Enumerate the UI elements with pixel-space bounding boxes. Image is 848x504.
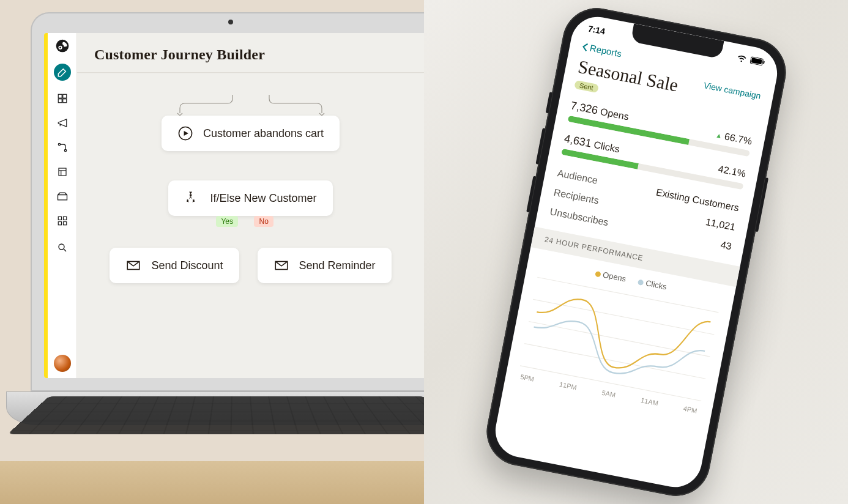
avatar[interactable] bbox=[54, 355, 71, 372]
unsubs-key: Unsubscribes bbox=[549, 206, 609, 228]
recipients-key: Recipients bbox=[552, 187, 600, 207]
journey-canvas[interactable]: Customer abandons cart If/Else New Custo… bbox=[77, 73, 424, 378]
nav-website-icon[interactable] bbox=[56, 165, 69, 179]
wifi-icon bbox=[736, 54, 747, 63]
sidebar bbox=[48, 33, 77, 378]
nav-campaigns-icon[interactable] bbox=[56, 116, 69, 130]
svg-line-23 bbox=[529, 322, 710, 357]
chevron-left-icon bbox=[581, 42, 589, 51]
action-yes-label: Send Discount bbox=[151, 259, 223, 272]
no-tag: No bbox=[254, 216, 273, 227]
action-node-no[interactable]: Send Reminder bbox=[258, 248, 392, 283]
svg-rect-12 bbox=[58, 222, 61, 225]
legend-opens: Opens bbox=[602, 270, 627, 283]
svg-rect-9 bbox=[59, 168, 66, 176]
svg-rect-3 bbox=[58, 94, 62, 98]
legend-clicks: Clicks bbox=[645, 278, 668, 291]
status-badge: Sent bbox=[574, 80, 599, 93]
condition-node[interactable]: If/Else New Customer Yes No bbox=[168, 180, 332, 216]
branch-icon bbox=[184, 190, 200, 206]
svg-rect-11 bbox=[63, 217, 66, 220]
svg-point-14 bbox=[59, 244, 64, 250]
svg-rect-4 bbox=[62, 94, 66, 98]
svg-rect-13 bbox=[63, 222, 66, 225]
battery-icon bbox=[749, 56, 765, 66]
yes-tag: Yes bbox=[216, 216, 238, 227]
svg-rect-6 bbox=[62, 99, 66, 103]
svg-point-7 bbox=[58, 143, 60, 145]
branch-connectors bbox=[171, 84, 330, 116]
play-icon bbox=[177, 125, 193, 141]
svg-rect-5 bbox=[58, 99, 62, 103]
svg-point-2 bbox=[59, 46, 61, 48]
nav-create-icon[interactable] bbox=[54, 64, 71, 81]
condition-label: If/Else New Customer bbox=[210, 192, 316, 205]
clicks-pct: 42.1% bbox=[717, 163, 746, 179]
action-no-label: Send Reminder bbox=[299, 259, 376, 272]
unsubs-val: 43 bbox=[720, 239, 732, 252]
nav-integrations-icon[interactable] bbox=[56, 214, 69, 228]
logo-icon[interactable] bbox=[56, 39, 69, 53]
audience-key: Audience bbox=[556, 168, 598, 186]
clicks-count: 4,631 bbox=[563, 132, 592, 149]
nav-content-icon[interactable] bbox=[56, 190, 69, 203]
status-time: 7:14 bbox=[587, 23, 606, 36]
clicks-label: Clicks bbox=[593, 139, 620, 155]
up-arrow-icon: ▲ bbox=[715, 131, 723, 139]
opens-count: 7,326 bbox=[569, 99, 598, 116]
opens-pct: 66.7% bbox=[723, 131, 753, 147]
legend-dot-clicks bbox=[637, 280, 644, 286]
page-title: Customer Journey Builder bbox=[77, 33, 424, 63]
legend-dot-opens bbox=[594, 271, 601, 278]
svg-line-22 bbox=[533, 299, 714, 335]
nav-automations-icon[interactable] bbox=[56, 141, 69, 154]
mail-icon bbox=[273, 258, 289, 273]
trigger-node[interactable]: Customer abandons cart bbox=[162, 116, 340, 151]
phone-frame: 7:14 Reports Seasonal Sale Sent View cam bbox=[480, 2, 791, 502]
laptop-screen: Customer Journey Builder Customer abando… bbox=[44, 33, 424, 378]
opens-label: Opens bbox=[599, 106, 630, 122]
nav-audience-icon[interactable] bbox=[56, 92, 69, 105]
recipients-val: 11,021 bbox=[704, 217, 735, 233]
mail-icon bbox=[125, 258, 141, 273]
action-node-yes[interactable]: Send Discount bbox=[110, 248, 239, 283]
nav-search-icon[interactable] bbox=[56, 241, 69, 254]
svg-rect-10 bbox=[58, 217, 61, 220]
svg-point-8 bbox=[64, 149, 66, 151]
trigger-label: Customer abandons cart bbox=[203, 127, 324, 140]
